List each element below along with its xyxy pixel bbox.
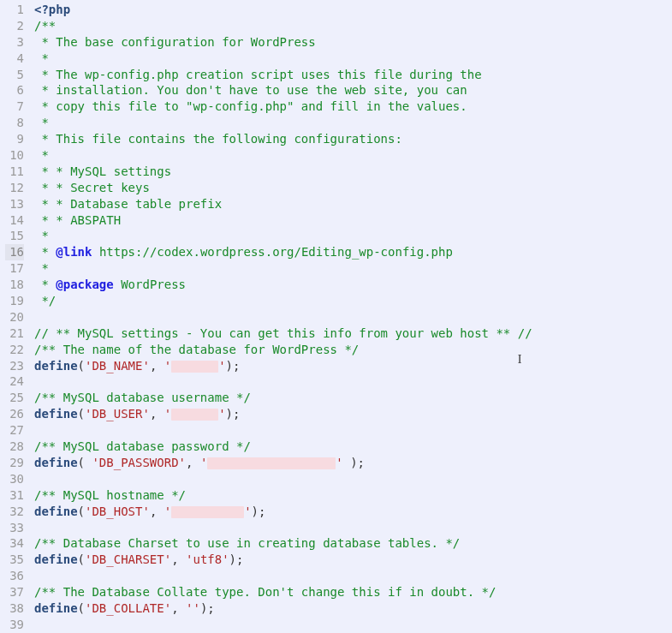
code-token: ' — [218, 359, 225, 373]
code-line[interactable] — [34, 373, 669, 390]
code-token: , — [150, 505, 164, 518]
code-line[interactable]: * — [34, 51, 669, 67]
line-number: 11 — [5, 164, 24, 180]
code-line[interactable]: define('DB_NAME', ''); — [34, 358, 669, 374]
code-line[interactable]: define('DB_CHARSET', 'utf8'); — [34, 552, 669, 568]
code-token: * * MySQL settings — [34, 164, 171, 178]
code-line[interactable] — [34, 520, 669, 536]
code-token: /** MySQL hostname */ — [34, 488, 186, 502]
code-token: /** The name of the database for WordPre… — [34, 343, 359, 356]
code-token: , — [171, 552, 186, 566]
code-token: , — [186, 456, 200, 469]
code-line[interactable]: /** MySQL hostname */ — [34, 487, 669, 504]
code-token: 'DB_HOST' — [85, 505, 150, 518]
line-number: 28 — [5, 439, 24, 455]
code-line[interactable]: * The wp-config.php creation script uses… — [34, 67, 669, 83]
line-number: 25 — [5, 390, 24, 406]
code-content-area[interactable]: <?php/** * The base configuration for Wo… — [31, 0, 672, 633]
code-line[interactable]: * — [34, 147, 669, 164]
code-token: * — [34, 261, 49, 275]
code-line[interactable]: * * Database table prefix — [34, 196, 669, 212]
code-token: /** MySQL database username */ — [34, 391, 251, 404]
code-line[interactable]: define('DB_COLLATE', ''); — [34, 600, 669, 617]
code-token: * * Database table prefix — [34, 197, 222, 211]
line-number: 26 — [5, 406, 24, 422]
line-number: 35 — [5, 552, 24, 568]
code-token: /** — [34, 19, 56, 33]
code-token: WordPress — [114, 278, 186, 291]
code-token: // ** MySQL settings - You can get this … — [34, 326, 532, 340]
code-line[interactable] — [34, 309, 669, 325]
code-line[interactable]: /** MySQL database username */ — [34, 390, 669, 406]
code-token: 'DB_COLLATE' — [85, 601, 171, 615]
code-token: ' — [336, 456, 342, 469]
code-line[interactable]: * The base configuration for WordPress — [34, 34, 669, 51]
code-token: <?php — [34, 3, 70, 16]
line-number: 38 — [5, 600, 24, 617]
line-number: 2 — [5, 18, 24, 34]
code-token: /** The Database Collate type. Don't cha… — [34, 585, 496, 599]
code-line[interactable]: * — [34, 115, 669, 131]
code-token: ); — [343, 456, 365, 469]
code-line[interactable]: * — [34, 260, 669, 277]
code-token: * — [34, 278, 56, 291]
code-line[interactable] — [34, 617, 669, 633]
code-line[interactable]: * — [34, 228, 669, 244]
line-number: 6 — [5, 82, 24, 99]
code-token: ( — [78, 505, 85, 518]
code-token: ( — [78, 552, 85, 566]
code-line[interactable]: * This file contains the following confi… — [34, 131, 669, 147]
code-line[interactable]: * @package WordPress — [34, 277, 669, 293]
code-token: define — [34, 359, 78, 373]
code-token: '' — [186, 601, 200, 615]
code-line[interactable]: * * ABSPATH — [34, 212, 669, 229]
code-line[interactable]: <?php — [34, 2, 669, 18]
line-number: 8 — [5, 115, 24, 131]
code-line[interactable]: * copy this file to "wp-config.php" and … — [34, 99, 669, 115]
line-number: 17 — [5, 260, 24, 277]
code-token: * copy this file to "wp-config.php" and … — [34, 99, 467, 113]
code-line[interactable]: */ — [34, 293, 669, 309]
code-token: ' — [164, 505, 171, 518]
code-line[interactable] — [34, 471, 669, 487]
code-line[interactable]: define('DB_USER', ''); — [34, 406, 669, 422]
line-number: 7 — [5, 99, 24, 115]
code-line[interactable]: // ** MySQL settings - You can get this … — [34, 325, 669, 342]
line-number: 27 — [5, 422, 24, 439]
code-line[interactable]: * @link https://codex.wordpress.org/Edit… — [34, 244, 669, 260]
line-number: 33 — [5, 520, 24, 536]
code-editor[interactable]: 1234567891011121314151617181920212223242… — [0, 0, 672, 633]
code-token: ); — [226, 359, 241, 373]
code-token: , — [150, 407, 164, 421]
code-line[interactable]: /** — [34, 18, 669, 34]
redacted-value — [171, 409, 218, 421]
code-token: ); — [200, 601, 215, 615]
code-line[interactable]: define('DB_HOST', ''); — [34, 504, 669, 520]
code-token: ' — [244, 505, 251, 518]
line-number: 22 — [5, 342, 24, 358]
code-line[interactable]: * installation. You don't have to use th… — [34, 82, 669, 99]
code-token: @link — [56, 245, 92, 259]
code-token: , — [150, 359, 164, 373]
code-token: define — [34, 456, 78, 469]
line-number: 20 — [5, 309, 24, 325]
code-line[interactable] — [34, 568, 669, 584]
code-line[interactable]: /** The name of the database for WordPre… — [34, 342, 669, 358]
line-number: 30 — [5, 471, 24, 487]
code-line[interactable]: /** MySQL database password */ — [34, 439, 669, 455]
line-number: 23 — [5, 358, 24, 374]
line-number: 34 — [5, 535, 24, 552]
code-line[interactable] — [34, 422, 669, 439]
line-number: 13 — [5, 196, 24, 212]
code-line[interactable]: /** Database Charset to use in creating … — [34, 535, 669, 552]
code-line[interactable]: * * MySQL settings — [34, 164, 669, 180]
code-token: * * Secret keys — [34, 181, 150, 194]
code-line[interactable]: define( 'DB_PASSWORD', '' ); — [34, 455, 669, 471]
code-line[interactable]: * * Secret keys — [34, 180, 669, 196]
line-number: 15 — [5, 228, 24, 244]
code-token: * — [34, 229, 49, 242]
code-token: ' — [164, 359, 171, 373]
code-line[interactable]: /** The Database Collate type. Don't cha… — [34, 584, 669, 600]
code-token: * This file contains the following confi… — [34, 132, 402, 146]
code-token: 'DB_PASSWORD' — [92, 456, 186, 469]
